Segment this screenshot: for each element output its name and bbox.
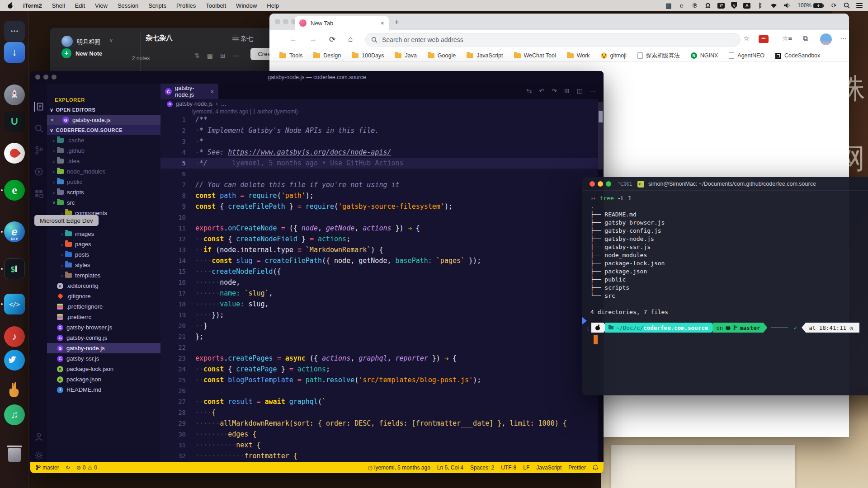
window-close-button[interactable] [275, 19, 280, 24]
favorites-list-icon[interactable]: ☆≡ [782, 34, 792, 42]
scrollbar-thumb[interactable] [598, 102, 603, 169]
dock-item-blue-download-app[interactable]: ↓ [4, 42, 25, 63]
window-minimize-button[interactable] [283, 19, 288, 24]
dock-item-netease-music[interactable]: ♪ [4, 326, 25, 347]
dock-item-utools[interactable]: U [4, 111, 25, 132]
browser-menu-icon[interactable]: ⋯ [840, 34, 847, 42]
menu-item-session[interactable]: Session [118, 2, 138, 9]
notes-grid-view-icon[interactable]: ▦ [207, 52, 213, 59]
evernote-icon[interactable]: ℮ [678, 2, 685, 9]
status-spaces-2[interactable]: Spaces: 2 [470, 465, 494, 471]
bookmark-google[interactable]: Google [428, 52, 456, 59]
debug-icon[interactable] [34, 167, 44, 177]
split-editor-icon[interactable]: ◫ [577, 87, 583, 94]
accounts-icon[interactable] [34, 432, 44, 441]
open-preview-icon[interactable]: ⊞ [564, 87, 570, 94]
notifications-bell-icon[interactable] [593, 465, 598, 470]
address-bar[interactable]: Search or enter web address [365, 33, 741, 47]
tree-item--prettierrc[interactable]: .prettierrc [47, 312, 160, 322]
open-editor-item[interactable]: × G gatsby-node.js [47, 115, 160, 125]
git-branch-indicator[interactable]: master [36, 465, 59, 471]
new-note-button[interactable]: + New Note [61, 48, 102, 58]
tree-item-gatsby-config-js[interactable]: Ggatsby-config.js [47, 333, 160, 343]
tree-item-gatsby-ssr-js[interactable]: Ggatsby-ssr.js [47, 353, 160, 364]
reload-button[interactable]: ⟳ [329, 35, 335, 44]
sync-icon[interactable]: ↻ [66, 465, 70, 471]
open-editors-header[interactable]: ∨OPEN EDITORS [47, 105, 160, 115]
notification-center-icon[interactable] [856, 3, 863, 8]
tree-item-package-json[interactable]: npackage.json [47, 374, 160, 385]
tree-item--github[interactable]: ›.github [47, 145, 160, 156]
tree-item--idea[interactable]: ›.idea [47, 156, 160, 166]
breadcrumb[interactable]: G gatsby-node.js›… [167, 101, 226, 107]
tree-item-pages[interactable]: ›pages [47, 239, 160, 249]
tree-item-package-lock-json[interactable]: npackage-lock.json [47, 364, 160, 374]
more-actions-icon[interactable]: ⋯ [590, 87, 596, 94]
status-prettier[interactable]: Prettier [568, 465, 586, 471]
bookmark-nginx[interactable]: NNGINX [691, 52, 718, 59]
tree-item--editorconfig[interactable]: e.editorconfig [47, 281, 160, 291]
settings-gear-icon[interactable] [34, 450, 44, 460]
bookmark-design[interactable]: Design [313, 52, 341, 59]
1password-icon[interactable]: ℗ [691, 2, 698, 9]
swap-icon[interactable]: ⇄ [717, 3, 725, 9]
extension-badge-icon[interactable]: ••• [759, 35, 769, 43]
apple-menu-icon[interactable] [7, 2, 13, 9]
notification-bell-icon[interactable]: Ω [704, 2, 711, 9]
bookmark-gitmoji[interactable]: gitmoji [601, 52, 627, 59]
dock-item-edge-dev[interactable]: eDEV [4, 221, 25, 242]
tab-close-icon[interactable]: × [381, 19, 384, 27]
bookmark-work[interactable]: Work [567, 52, 590, 59]
forward-button[interactable]: → [309, 35, 317, 44]
open-changes-icon[interactable]: ⇆ [527, 87, 532, 94]
shield-icon[interactable]: V [731, 2, 737, 9]
editor-tab-active[interactable]: G gatsby-node.js × [160, 84, 218, 99]
bookmark--[interactable]: 探索初级算法 [637, 52, 680, 60]
bookmark-java[interactable]: Java [395, 52, 416, 59]
menu-item-view[interactable]: View [95, 2, 108, 9]
battery-icon[interactable]: 100% [797, 2, 824, 9]
tab-close-icon[interactable]: × [210, 88, 214, 95]
notes-account-avatar[interactable] [61, 36, 73, 47]
chevron-down-icon[interactable]: ∨ [109, 38, 113, 43]
back-button[interactable]: ← [289, 35, 297, 44]
home-button[interactable]: ⌂ [348, 35, 353, 44]
window-zoom-button[interactable] [606, 181, 611, 187]
dock-item-qq-music[interactable]: ♫ [4, 404, 25, 425]
search-icon[interactable] [34, 123, 44, 133]
dock-item-trash[interactable] [4, 443, 25, 464]
bookmark-100days[interactable]: 100Days [352, 52, 384, 59]
status-lf[interactable]: LF [523, 465, 529, 471]
window-minimize-button[interactable] [598, 181, 603, 187]
dock-item-evernote[interactable]: e [4, 180, 25, 201]
notes-sort-icon[interactable]: ⇅ [194, 52, 200, 59]
source-control-icon[interactable] [34, 145, 44, 155]
menu-item-scripts[interactable]: Scripts [148, 2, 166, 9]
input-source-icon[interactable]: A [743, 3, 750, 9]
notes-account-name[interactable]: 明月相照 [77, 38, 100, 46]
tree-item-styles[interactable]: ›styles [47, 260, 160, 270]
tree-item--prettierignore[interactable]: .prettierignore [47, 301, 160, 312]
screen-recording-icon[interactable]: ⟳ [830, 2, 837, 9]
menu-item-help[interactable]: Help [267, 2, 279, 9]
tree-item-public[interactable]: ›public [47, 177, 160, 187]
dock-item-gesture-app[interactable] [4, 379, 25, 400]
browser-profile-avatar[interactable] [820, 33, 832, 45]
dock-item-dark-app[interactable] [4, 21, 25, 42]
problems-indicator[interactable]: ⊘ 0 ⚠ 0 [76, 465, 97, 471]
tree-item-gatsby-browser-js[interactable]: Ggatsby-browser.js [47, 322, 160, 333]
bookmark-wechat-tool[interactable]: WeChat Tool [514, 52, 556, 59]
window-close-button[interactable] [590, 181, 595, 187]
tree-item--cache[interactable]: ›.cache [47, 135, 160, 145]
dock-item-twitter[interactable] [4, 350, 25, 371]
tree-item-src[interactable]: ∨src [47, 197, 160, 208]
status-lyemoml-5-months-ago[interactable]: ◷ lyemoml, 5 months ago [368, 465, 430, 471]
new-tab-button[interactable]: + [394, 17, 399, 27]
dock-item-rocket-launcher[interactable] [4, 84, 25, 105]
bookmark-tools[interactable]: Tools [279, 52, 302, 59]
extensions-icon[interactable] [34, 188, 44, 198]
project-root-header[interactable]: ∨CODERFEE.COM.SOURCE [47, 125, 160, 135]
bluetooth-icon[interactable]: ᛒ [757, 2, 764, 9]
menu-item-window[interactable]: Window [236, 2, 257, 9]
bookmark-javascript[interactable]: JavaScript [467, 52, 503, 59]
